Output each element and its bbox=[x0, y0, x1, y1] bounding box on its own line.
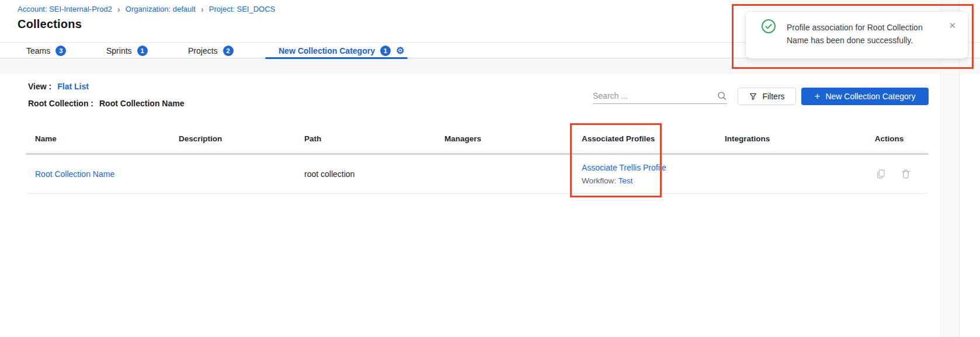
annotation-box-associated-profiles bbox=[570, 123, 662, 197]
copy-icon[interactable] bbox=[876, 169, 886, 179]
collections-page: Account: SEI-Internal-Prod2 › Organizati… bbox=[0, 0, 980, 337]
tab-projects-label: Projects bbox=[188, 46, 218, 55]
tab-projects[interactable]: Projects 2 bbox=[188, 43, 234, 59]
annotation-box-toast bbox=[732, 4, 974, 69]
column-header-actions: Actions bbox=[850, 134, 929, 143]
cell-name: Root Collection Name bbox=[26, 169, 169, 179]
table-row: Root Collection Name root collection Ass… bbox=[26, 155, 929, 194]
tab-new-collection-category[interactable]: New Collection Category 1 ⚙ bbox=[279, 43, 404, 59]
root-collection-value: Root Collection Name bbox=[99, 99, 184, 108]
search-icon bbox=[717, 91, 727, 101]
tab-projects-count-badge: 2 bbox=[223, 46, 234, 56]
flat-list-link[interactable]: Flat List bbox=[57, 82, 89, 91]
collection-name-link[interactable]: Root Collection Name bbox=[35, 169, 114, 179]
view-label: View : bbox=[28, 82, 51, 91]
filters-button[interactable]: Filters bbox=[738, 88, 796, 105]
view-selector-line: View : Flat List bbox=[28, 82, 89, 91]
cell-path: root collection bbox=[295, 169, 435, 179]
tab-sprints-count-badge: 1 bbox=[137, 46, 148, 56]
new-collection-category-button-label: New Collection Category bbox=[825, 92, 915, 101]
chevron-right-icon: › bbox=[117, 5, 120, 13]
tab-new-collection-category-label: New Collection Category bbox=[279, 46, 375, 55]
tab-teams[interactable]: Teams 3 bbox=[26, 43, 66, 59]
column-header-path: Path bbox=[295, 134, 435, 143]
filter-funnel-icon bbox=[749, 92, 757, 101]
breadcrumb: Account: SEI-Internal-Prod2 › Organizati… bbox=[18, 5, 275, 13]
new-collection-category-button[interactable]: + New Collection Category bbox=[801, 88, 929, 105]
cell-actions bbox=[850, 169, 929, 179]
plus-icon: + bbox=[814, 91, 820, 101]
root-collection-label: Root Collection : bbox=[28, 99, 93, 108]
tab-teams-label: Teams bbox=[26, 46, 50, 55]
gear-icon[interactable]: ⚙ bbox=[396, 46, 404, 55]
tab-new-collection-category-count-badge: 1 bbox=[380, 46, 391, 56]
page-title: Collections bbox=[18, 18, 82, 31]
chevron-right-icon: › bbox=[201, 5, 204, 13]
table-header-row: Name Description Path Managers Associate… bbox=[26, 134, 929, 143]
search-field[interactable] bbox=[593, 88, 727, 104]
breadcrumb-account-link[interactable]: Account: SEI-Internal-Prod2 bbox=[18, 5, 112, 13]
delete-trash-icon[interactable] bbox=[901, 169, 911, 179]
search-input[interactable] bbox=[593, 91, 717, 100]
breadcrumb-project-link[interactable]: Project: SEI_DOCS bbox=[209, 5, 275, 13]
breadcrumb-organization-link[interactable]: Organization: default bbox=[126, 5, 196, 13]
active-tab-underline bbox=[265, 57, 408, 59]
tab-sprints[interactable]: Sprints 1 bbox=[106, 43, 148, 59]
column-header-name: Name bbox=[26, 134, 169, 143]
tab-sprints-label: Sprints bbox=[106, 46, 132, 55]
column-header-description: Description bbox=[169, 134, 295, 143]
column-header-integrations: Integrations bbox=[715, 134, 850, 143]
tab-teams-count-badge: 3 bbox=[55, 46, 66, 56]
filters-button-label: Filters bbox=[762, 92, 784, 101]
column-header-managers: Managers bbox=[435, 134, 572, 143]
root-collection-line: Root Collection : Root Collection Name bbox=[28, 99, 184, 108]
